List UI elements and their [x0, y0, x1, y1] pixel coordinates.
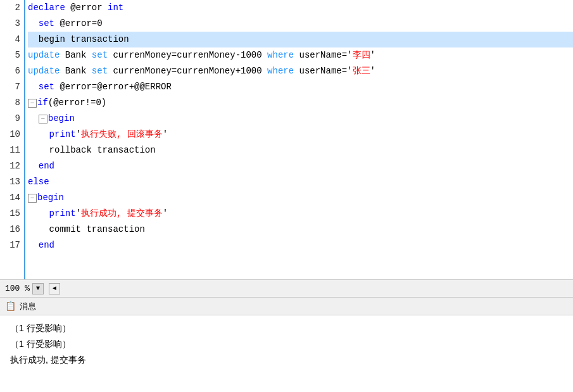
line-number: 13 [0, 174, 24, 190]
indent [28, 111, 39, 127]
code-token: print [49, 127, 76, 142]
zoom-level: 100 % [5, 284, 30, 293]
message-line: 执行成功, 提交事务 [10, 352, 563, 368]
fold-icon[interactable]: − [39, 115, 47, 123]
code-line[interactable]: set @error=@error+@@ERROR [28, 79, 573, 95]
message-panel: 📋 消息 （1 行受影响）（1 行受影响）执行成功, 提交事务 [0, 297, 573, 392]
code-token: print [49, 206, 76, 222]
code-token: update [28, 47, 65, 63]
code-token: ' [76, 206, 81, 222]
code-token: commit transaction [49, 222, 145, 237]
message-content: （1 行受影响）（1 行受影响）执行成功, 提交事务 [0, 315, 573, 392]
indent [28, 142, 49, 158]
code-token: declare [28, 0, 70, 16]
fold-icon[interactable]: − [28, 99, 37, 108]
scroll-left-button[interactable]: ◄ [49, 283, 60, 294]
code-token: ' [76, 127, 81, 142]
code-token: currenMoney=currenMoney+1000 [113, 63, 267, 79]
code-line[interactable]: end [28, 237, 573, 253]
code-token: begin transaction [39, 32, 129, 47]
code-line[interactable]: −begin [28, 190, 573, 206]
code-token: 李四 [353, 47, 370, 63]
indent [28, 127, 49, 142]
code-token: ' [163, 206, 168, 222]
code-token: if [37, 95, 48, 111]
line-number: 15 [0, 206, 24, 222]
code-container: 234567891011121314151617 declare @error … [0, 0, 573, 279]
message-line: （1 行受影响） [10, 320, 563, 336]
indent [28, 16, 39, 32]
code-token: set [92, 47, 113, 63]
code-token: else [28, 174, 49, 190]
code-token: begin [48, 111, 75, 127]
code-token: 张三 [353, 63, 370, 79]
line-number: 16 [0, 222, 24, 237]
code-token: set [39, 16, 60, 32]
line-number: 2 [0, 0, 24, 16]
code-token: @error=0 [60, 16, 102, 32]
indent [28, 32, 39, 47]
code-token: rollback transaction [49, 142, 156, 158]
message-line: （1 行受影响） [10, 336, 563, 352]
code-token: set [92, 63, 113, 79]
code-line[interactable]: update Bank set currenMoney=currenMoney-… [28, 47, 573, 63]
statusbar: 100 % ▼ ◄ [0, 279, 573, 297]
code-token: @error=@error+@@ERROR [60, 79, 171, 95]
code-token: Bank [65, 47, 92, 63]
code-token: userName=' [299, 47, 353, 63]
line-number: 7 [0, 79, 24, 95]
code-token: end [39, 237, 54, 253]
code-token: end [39, 158, 54, 174]
code-token: ' [370, 63, 375, 79]
code-token: int [108, 0, 123, 16]
code-line[interactable]: −begin [28, 111, 573, 127]
code-token: where [267, 63, 299, 79]
code-line[interactable]: rollback transaction [28, 142, 573, 158]
code-token: 执行成功, 提交事务 [81, 206, 163, 222]
line-number: 17 [0, 237, 24, 253]
code-line[interactable]: end [28, 158, 573, 174]
indent [28, 222, 49, 237]
message-tab-label: 消息 [20, 301, 36, 312]
editor-area: 234567891011121314151617 declare @error … [0, 0, 573, 392]
code-token: userName=' [299, 63, 353, 79]
code-line[interactable]: else [28, 174, 573, 190]
indent [28, 79, 39, 95]
code-line[interactable]: print'执行成功, 提交事务' [28, 206, 573, 222]
fold-icon[interactable]: − [28, 194, 37, 203]
code-line[interactable]: print'执行失败, 回滚事务' [28, 127, 573, 142]
line-numbers: 234567891011121314151617 [0, 0, 25, 279]
indent [28, 237, 39, 253]
indent [28, 158, 39, 174]
line-number: 3 [0, 16, 24, 32]
code-line[interactable]: commit transaction [28, 222, 573, 237]
code-line[interactable]: begin transaction [28, 32, 573, 47]
line-number: 6 [0, 63, 24, 79]
line-number: 12 [0, 158, 24, 174]
code-token: (@error!=0) [48, 95, 106, 111]
line-number: 9 [0, 111, 24, 127]
code-token: ' [370, 47, 375, 63]
code-token: where [267, 47, 299, 63]
line-number: 14 [0, 190, 24, 206]
code-token: currenMoney=currenMoney-1000 [113, 47, 267, 63]
line-number: 10 [0, 127, 24, 142]
line-number: 4 [0, 32, 24, 47]
code-token: Bank [65, 63, 92, 79]
code-line[interactable]: update Bank set currenMoney=currenMoney+… [28, 63, 573, 79]
zoom-dropdown[interactable]: ▼ [32, 283, 44, 294]
message-tab[interactable]: 📋 消息 [0, 298, 573, 315]
code-line[interactable]: −if(@error!=0) [28, 95, 573, 111]
code-token: @error [70, 0, 108, 16]
code-lines[interactable]: declare @error int set @error=0 begin tr… [25, 0, 573, 279]
line-number: 5 [0, 47, 24, 63]
indent [28, 206, 49, 222]
line-number: 8 [0, 95, 24, 111]
code-line[interactable]: declare @error int [28, 0, 573, 16]
code-token: 执行失败, 回滚事务 [81, 127, 163, 142]
code-line[interactable]: set @error=0 [28, 16, 573, 32]
code-token: ' [163, 127, 168, 142]
message-tab-icon: 📋 [5, 301, 16, 312]
line-number: 11 [0, 142, 24, 158]
code-token: update [28, 63, 65, 79]
